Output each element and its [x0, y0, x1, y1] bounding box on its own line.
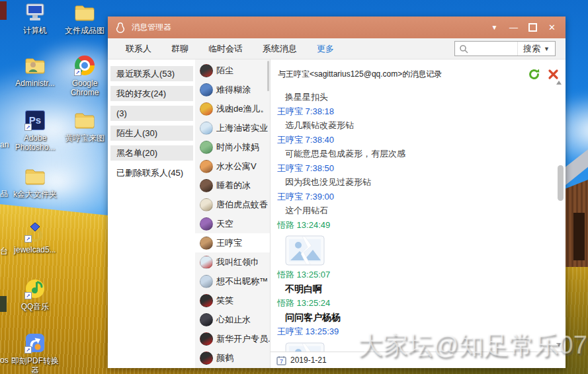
contact-item[interactable]: 上海油诺实业	[195, 118, 270, 137]
contact-name: 上海油诺实业	[216, 122, 268, 134]
tab-3[interactable]: 系统消息	[263, 43, 297, 55]
desktop-icon[interactable]: 黄哼宝来图	[58, 109, 111, 143]
avatar	[200, 332, 213, 346]
message-sender-time: 悟路 13:24:49	[277, 218, 548, 233]
message-sender-time: 王哼宝 7:38:40	[277, 133, 548, 147]
refresh-icon[interactable]	[528, 68, 540, 81]
message-text: 因为我也没见过菱形钻	[277, 175, 548, 190]
avatar	[200, 160, 213, 173]
avatar	[200, 294, 213, 307]
record-date: 2019-1-21	[290, 355, 327, 365]
contact-item[interactable]: 浅凼de渔儿。	[195, 99, 270, 118]
chrome-icon: ➚	[73, 54, 96, 77]
desktop-icon-label: Google Chrome	[58, 79, 111, 97]
desktop-icon[interactable]: ➚QQ音乐	[9, 278, 62, 311]
contact-item[interactable]: 想不出昵称™	[195, 272, 270, 291]
message-sender-time: 王哼宝 7:39:00	[277, 190, 548, 204]
desktop-icon-label: k金大文件夹	[13, 190, 57, 199]
desktop-icon[interactable]: ➚jewelcad5...	[9, 221, 62, 254]
desktop-icon[interactable]: k金大文件夹	[9, 165, 62, 199]
maximize-button[interactable]	[523, 17, 542, 38]
contact-item[interactable]: 颜鹤	[195, 348, 270, 367]
contact-item[interactable]: 心如止水	[195, 310, 270, 329]
sidebar-category[interactable]: 黑名单(20)	[110, 145, 193, 161]
message-text: 可能意思是包成菱形，有层次感	[277, 147, 548, 161]
contact-item[interactable]: 陌尘	[195, 61, 270, 80]
contact-item[interactable]: 新华开户专员...	[195, 329, 270, 348]
minimize-button[interactable]: —	[504, 17, 523, 38]
title-bar[interactable]: 消息管理器 ▼—✕	[108, 17, 566, 38]
contact-item[interactable]: 难得糊涂	[195, 80, 270, 99]
chevron-down-icon: ▼	[544, 46, 550, 52]
contact-list-scrollbar[interactable]	[267, 61, 269, 91]
desktop-icon-label: 计算机	[23, 26, 47, 35]
broken-image-icon[interactable]	[285, 342, 325, 352]
sidebar-category[interactable]: 已删除联系人(45)	[110, 165, 193, 180]
broken-image-icon[interactable]	[285, 235, 325, 266]
search-input[interactable]	[471, 41, 517, 56]
sidebar-category[interactable]: 我的好友(24)	[110, 86, 193, 101]
desktop-icon[interactable]: Ps➚Adobe Photosho...	[9, 109, 62, 152]
avatar	[200, 141, 213, 154]
tab-0[interactable]: 联系人	[126, 43, 151, 55]
search-button[interactable]: 搜索 ▼	[517, 42, 555, 56]
delete-record-icon[interactable]	[548, 69, 559, 80]
contact-item[interactable]: 笑笑	[195, 291, 270, 310]
contact-item[interactable]: 水水公寓V	[195, 157, 270, 176]
contact-item[interactable]: 睡着的冰	[195, 176, 270, 195]
contact-name: 新华开户专员...	[216, 333, 270, 345]
contact-item[interactable]: 天空	[195, 214, 270, 233]
folder-icon	[73, 109, 96, 131]
desktop-icon-label: 文件成品图	[65, 26, 105, 35]
scroll-down-arrow[interactable]	[556, 343, 562, 347]
partial-desktop-icon	[0, 296, 7, 312]
sidebar-category[interactable]: 陌生人(30)	[110, 126, 193, 141]
contact-item[interactable]: 唐伯虎点蚊香	[195, 195, 270, 214]
tab-2[interactable]: 临时会话	[208, 43, 243, 55]
folder-icon	[73, 1, 96, 24]
close-button[interactable]: ✕	[542, 17, 562, 38]
desktop-icon[interactable]: Administr...	[9, 54, 62, 88]
desktop-icon[interactable]: 文件成品图	[58, 1, 111, 35]
scrollbar-thumb[interactable]	[558, 165, 564, 201]
sidebar-category[interactable]: 最近联系人(53)	[110, 66, 193, 81]
partial-desktop-icon-label: 台	[0, 246, 8, 257]
window-content: 最近联系人(53)我的好友(24)(3)陌生人(30)黑名单(20)已删除联系人…	[108, 59, 566, 368]
contact-item[interactable]: 时尚小辣妈	[195, 137, 270, 157]
message-manager-window: 消息管理器 ▼—✕ 联系人群聊临时会话系统消息更多 搜索 ▼ 最近联系人(53)…	[108, 17, 566, 368]
tab-4[interactable]: 更多	[317, 43, 334, 55]
avatar	[200, 179, 213, 192]
contact-list: 陌尘难得糊涂浅凼de渔儿。上海油诺实业时尚小辣妈水水公寓V睡着的冰唐伯虎点蚊香天…	[195, 59, 271, 368]
desktop-icon-label: jewelcad5...	[14, 245, 56, 254]
contact-item[interactable]: 王哼宝	[195, 233, 270, 252]
contact-item[interactable]: 我叫红领巾	[195, 252, 270, 272]
desktop-icon[interactable]: ➚即刻PDF转换器	[9, 332, 62, 374]
contact-name: 水水公寓V	[216, 161, 257, 172]
search-box[interactable]: 搜索 ▼	[454, 41, 556, 56]
avatar	[200, 83, 213, 96]
partial-desktop-icon	[0, 1, 7, 20]
svg-text:7: 7	[280, 358, 283, 365]
partial-desktop-icon-label: an	[0, 140, 9, 149]
avatar	[200, 217, 213, 231]
calendar-icon[interactable]: 7	[276, 355, 286, 365]
message-text: 不明白啊	[277, 282, 548, 297]
desktop-icon-label: 黄哼宝来图	[65, 133, 105, 143]
partial-desktop-icon-label: 品	[0, 188, 8, 200]
dropdown-button[interactable]: ▼	[485, 17, 504, 38]
avatar	[200, 64, 213, 77]
barn-door	[573, 213, 585, 260]
desktop-icon-label: 即刻PDF转换器	[9, 356, 62, 374]
jewelcad-icon: ➚	[24, 221, 46, 243]
desktop-icon[interactable]: 计算机	[9, 1, 62, 35]
photoshop-icon: Ps➚	[24, 109, 46, 131]
avatar	[200, 102, 213, 116]
tab-1[interactable]: 群聊	[171, 43, 189, 55]
shortcut-arrow-icon: ➚	[24, 346, 32, 354]
qqmusic-icon: ➚	[24, 278, 46, 300]
contact-name: 难得糊涂	[216, 84, 251, 96]
message-sender-time: 王哼宝 7:38:18	[277, 104, 548, 119]
scroll-up-arrow[interactable]	[556, 81, 562, 85]
sidebar-category[interactable]: (3)	[110, 106, 193, 121]
desktop-icon[interactable]: ➚Google Chrome	[58, 54, 111, 97]
